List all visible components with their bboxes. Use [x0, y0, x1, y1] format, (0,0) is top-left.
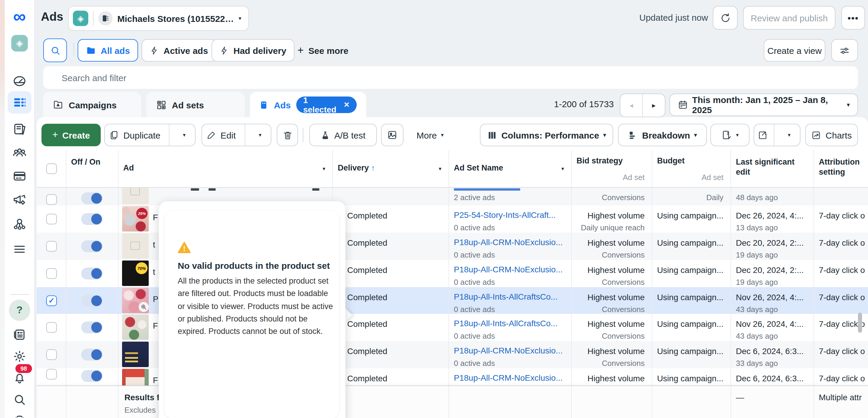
tab-ad-sets[interactable]: Ad sets [146, 92, 245, 118]
next-page-button[interactable]: ▸ [643, 94, 665, 117]
ad-toggle[interactable] [81, 213, 102, 225]
date-range-selector[interactable]: This month: Jan 1, 2025 – Jan 8, 2025 ▾ [670, 94, 858, 116]
header-ad[interactable]: Ad ▾ [119, 150, 333, 187]
ad-toggle[interactable] [81, 370, 102, 382]
search-button[interactable] [43, 38, 67, 62]
header-adset-name[interactable]: Ad Set Name ▾ [449, 150, 572, 187]
row-checkbox[interactable] [46, 268, 57, 279]
ad-toggle[interactable] [81, 240, 102, 252]
row-checkbox[interactable] [46, 241, 57, 252]
ad-thumbnail[interactable] [122, 369, 149, 385]
adset-link[interactable]: P18up-All-CRM-NoExclusio... [454, 346, 563, 355]
filter-active-ads[interactable]: Active ads [142, 39, 216, 62]
chevron-down-icon[interactable]: ▾ [249, 132, 271, 138]
row-checkbox[interactable] [46, 368, 57, 379]
tab-ads-label: Ads [274, 100, 291, 110]
columns-button[interactable]: Columns: Performance ▾ [480, 124, 613, 146]
charts-button[interactable]: Charts [805, 124, 858, 146]
review-and-publish-button[interactable]: Review and publish [743, 6, 835, 30]
refresh-button[interactable] [713, 6, 738, 30]
ad-toggle[interactable] [81, 349, 102, 360]
filter-settings-button[interactable] [831, 39, 858, 62]
select-all-checkbox[interactable] [46, 163, 57, 174]
search-input[interactable]: Search and filter [43, 66, 858, 89]
sidebar-item-all-tools[interactable] [5, 239, 34, 259]
row-checkbox-checked[interactable]: ✓ [46, 295, 57, 306]
header-bid-strategy[interactable]: Bid strategy Ad set [572, 150, 652, 187]
row-checkbox[interactable] [46, 349, 57, 360]
adset-link[interactable]: P18up-All-CRM-NoExclusio... [454, 237, 563, 247]
more-options-button[interactable]: ••• [841, 6, 865, 30]
sidebar-item-search[interactable] [5, 390, 34, 410]
meta-infinity-icon: ∞ [13, 8, 26, 26]
ad-thumbnail[interactable] [122, 314, 149, 340]
ad-sets-grid-icon [156, 99, 166, 110]
reports-button[interactable]: ▾ [710, 124, 749, 146]
sidebar-item-ads-manager-app[interactable]: ◈ [5, 33, 34, 53]
ad-thumbnail[interactable]: 70% [122, 260, 149, 286]
adset-link[interactable]: P18up-All-Ints-AllCraftsCo... [454, 292, 558, 301]
ad-toggle[interactable] [81, 295, 102, 307]
ad-thumbnail[interactable] [122, 342, 149, 367]
account-selector[interactable]: ◈ Michaels Stores (1015522… ▾ [68, 6, 249, 31]
vertical-scrollbar[interactable] [858, 313, 862, 333]
discount-badge: 25% [136, 208, 148, 219]
tab-ad-sets-label: Ad sets [172, 100, 204, 110]
create-a-view-button[interactable]: Create a view [764, 39, 825, 62]
divider [93, 11, 94, 26]
ad-thumbnail[interactable]: 25% [122, 206, 149, 231]
filter-had-delivery[interactable]: Had delivery [212, 39, 294, 62]
ad-thumbnail[interactable] [122, 187, 149, 204]
sidebar-item-audiences[interactable] [5, 143, 34, 163]
zoom-preview-icon[interactable] [138, 302, 149, 312]
chevron-down-icon[interactable]: ▾ [174, 132, 195, 138]
header-onoff[interactable]: Off / On [66, 150, 119, 187]
tab-ads[interactable]: Ads 1 selected ✕ [250, 92, 366, 118]
sidebar-item-campaigns[interactable] [5, 92, 34, 112]
adset-link[interactable]: P18up-All-CRM-NoExclusio... [454, 373, 563, 383]
sidebar-item-advertising-settings[interactable] [5, 189, 34, 210]
sidebar-item-ads-reporting[interactable] [5, 119, 34, 139]
row-checkbox[interactable] [46, 214, 57, 224]
meta-logo[interactable]: ∞ [5, 6, 34, 27]
header-budget[interactable]: Budget Ad set [652, 150, 731, 187]
sidebar-item-updates[interactable] [5, 324, 34, 345]
export-button[interactable]: ▾ [754, 124, 801, 146]
sidebar-item-bug-report[interactable] [5, 411, 34, 418]
header-delivery[interactable]: Delivery ↑ ▾ [333, 150, 449, 187]
prev-page-button[interactable]: ◂ [620, 94, 643, 117]
row-checkbox[interactable] [46, 322, 57, 333]
help-button[interactable]: ? [9, 299, 30, 321]
row-checkbox[interactable] [46, 194, 57, 204]
ad-toggle[interactable] [81, 192, 102, 204]
ad-toggle[interactable] [81, 321, 102, 333]
ad-thumbnail[interactable] [122, 233, 149, 259]
clear-selection-icon[interactable]: ✕ [344, 101, 349, 109]
ad-toggle[interactable] [81, 268, 102, 280]
updated-status: Updated just now [639, 12, 708, 23]
create-button[interactable]: + Create [41, 124, 101, 146]
charts-label: Charts [826, 130, 852, 140]
bug-icon [12, 414, 27, 418]
adset-link[interactable]: P25-54-Story-Ints-AllCraft... [454, 210, 556, 220]
adset-link[interactable]: P18up-All-Ints-AllCraftsCo... [454, 319, 558, 328]
adset-link[interactable]: P18up-All-CRM-NoExclusio... [454, 265, 563, 274]
sidebar-item-business-apps[interactable] [5, 214, 34, 234]
edit-button[interactable]: Edit ▾ [202, 124, 271, 146]
duplicate-button[interactable]: Duplicate ▾ [104, 124, 195, 146]
create-a-view-label: Create a view [767, 45, 822, 55]
breakdown-button[interactable]: Breakdown ▾ [618, 124, 707, 146]
delete-button[interactable] [277, 124, 298, 146]
sidebar-item-billing[interactable] [5, 166, 34, 186]
chevron-down-icon[interactable]: ▾ [778, 132, 800, 138]
see-more-filters[interactable]: + See more [298, 39, 348, 62]
filter-all-ads[interactable]: All ads [78, 39, 138, 62]
creative-preview-button[interactable] [381, 124, 403, 146]
sidebar-item-account-overview[interactable] [5, 71, 34, 91]
sidebar-item-settings[interactable] [5, 346, 34, 366]
header-attribution[interactable]: Attribution setting [814, 150, 868, 187]
header-last-edit[interactable]: Last significant edit [731, 150, 814, 187]
ab-test-button[interactable]: A/B test [309, 124, 377, 146]
more-actions-button[interactable]: More ▾ [416, 124, 443, 146]
tab-campaigns[interactable]: Campaigns [43, 92, 141, 118]
